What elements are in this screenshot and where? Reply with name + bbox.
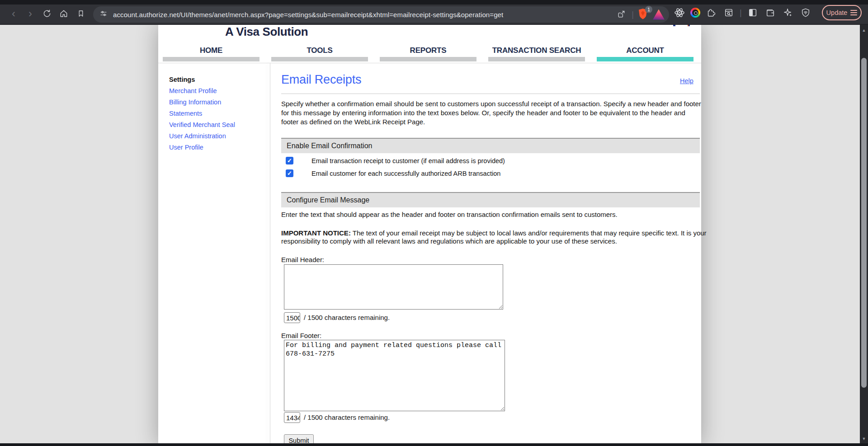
vpn-shield-icon[interactable]: [799, 6, 812, 19]
brave-shield-icon[interactable]: 1: [637, 8, 649, 21]
scrollbar-thumb[interactable]: [861, 58, 867, 388]
home-icon[interactable]: [56, 6, 71, 21]
wallet-icon[interactable]: [764, 6, 777, 19]
bookmark-icon[interactable]: [73, 6, 89, 21]
section-configure-email-message: Configure Email Message: [281, 192, 700, 207]
tab-tools[interactable]: TOOLS: [271, 46, 368, 61]
toolbar-separator: |: [740, 8, 742, 18]
tab-transaction-search[interactable]: TRANSACTION SEARCH: [488, 46, 585, 61]
email-header-remaining-count[interactable]: [284, 312, 300, 323]
share-icon[interactable]: [614, 8, 628, 21]
site-settings-icon[interactable]: [99, 9, 108, 19]
toolbar-separator: |: [632, 10, 634, 19]
scroll-up-icon[interactable]: ▲: [860, 27, 868, 34]
email-footer-remaining-text: / 1500 characters remaining.: [304, 413, 390, 421]
checkbox-email-receipt[interactable]: ✓: [286, 157, 293, 164]
sidebar-item-user-profile[interactable]: User Profile: [169, 144, 203, 151]
search-page-extension-icon[interactable]: [722, 6, 736, 19]
reload-icon[interactable]: [39, 6, 55, 21]
leo-ai-sparkles-icon[interactable]: [781, 6, 795, 19]
tab-reports[interactable]: REPORTS: [380, 46, 476, 61]
window-bottom-strip: [0, 443, 868, 446]
page-scrollbar[interactable]: ▲ ▼: [860, 25, 868, 446]
url-bar[interactable]: account.authorize.net/UI/themes/anet/mer…: [93, 6, 669, 23]
email-footer-label: Email Footer:: [281, 332, 321, 339]
site-content: A Visa Solution HOME TOOLS REPORTS TRANS…: [158, 25, 701, 446]
window-top-strip: [0, 0, 868, 5]
checkbox-label: Email transaction receipt to customer (i…: [311, 157, 505, 164]
color-lens-extension-icon[interactable]: [690, 8, 700, 18]
url-text[interactable]: account.authorize.net/UI/themes/anet/mer…: [113, 11, 614, 19]
tab-account[interactable]: ACCOUNT: [597, 46, 693, 61]
header-divider: [158, 63, 701, 63]
sidebar-item-verified-merchant-seal[interactable]: Verified Merchant Seal: [169, 121, 235, 128]
logo-tagline: A Visa Solution: [225, 25, 308, 39]
tab-home[interactable]: HOME: [163, 46, 259, 61]
cut-off-header-artifact: [673, 25, 675, 26]
title-divider: [281, 94, 700, 94]
help-link[interactable]: Help: [680, 77, 693, 85]
sidebar-divider: [270, 63, 270, 446]
menu-hamburger-icon: [850, 9, 857, 17]
forward-icon[interactable]: ›: [23, 6, 38, 21]
update-menu-button[interactable]: Update: [822, 5, 862, 20]
sidebar-toggle-icon[interactable]: [746, 6, 760, 19]
email-footer-remaining-count[interactable]: [284, 412, 300, 423]
sidebar-heading: Settings: [169, 76, 195, 83]
update-label: Update: [826, 9, 848, 16]
email-footer-textarea[interactable]: For billing and payment related question…: [284, 340, 505, 411]
sidebar-item-billing-information[interactable]: Billing Information: [169, 99, 221, 106]
checkbox-label: Email customer for each successfully aut…: [311, 170, 500, 177]
brave-rewards-icon[interactable]: [653, 9, 665, 20]
section-title: Enable Email Confirmation: [287, 142, 372, 150]
important-notice: IMPORTANT NOTICE: The text of your email…: [281, 229, 708, 245]
cut-off-header-artifact: [688, 25, 690, 26]
checkbox-arb-email[interactable]: ✓: [286, 169, 293, 177]
sidebar-item-merchant-profile[interactable]: Merchant Profile: [169, 87, 217, 94]
extensions-puzzle-icon[interactable]: [704, 6, 718, 19]
email-header-remaining-text: / 1500 characters remaining.: [304, 314, 390, 321]
configure-instruction: Enter the text that should appear as the…: [281, 211, 618, 218]
intro-text: Specify whether a confirmation email sho…: [281, 99, 703, 127]
shield-badge-count: 1: [645, 6, 652, 13]
main-nav: HOME TOOLS REPORTS TRANSACTION SEARCH AC…: [163, 46, 693, 61]
section-title: Configure Email Message: [287, 196, 369, 204]
back-icon[interactable]: ‹: [6, 6, 21, 21]
scroll-down-icon[interactable]: ▼: [860, 435, 868, 442]
email-header-label: Email Header:: [281, 256, 324, 263]
sidebar-item-user-administration[interactable]: User Administration: [169, 132, 226, 140]
react-devtools-icon[interactable]: [673, 6, 686, 19]
notice-label: IMPORTANT NOTICE:: [281, 229, 351, 237]
section-enable-email-confirmation: Enable Email Confirmation: [281, 138, 700, 153]
sidebar-item-statements[interactable]: Statements: [169, 110, 202, 117]
email-header-textarea[interactable]: [284, 264, 503, 310]
browser-toolbar: ‹ › account.authorize.net/UI/themes/anet…: [0, 0, 868, 25]
page-title: Email Receipts: [281, 73, 361, 87]
